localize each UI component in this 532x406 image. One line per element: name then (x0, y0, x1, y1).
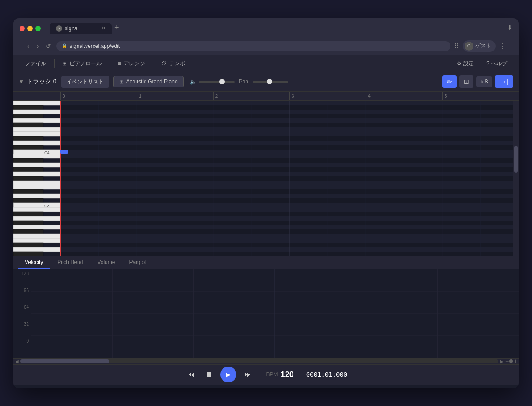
menu-file[interactable]: ファイル (20, 58, 51, 69)
pan-label: Pan (239, 79, 248, 85)
url-text: signal.vercel.app/edit (70, 43, 120, 49)
volume-thumb[interactable] (219, 79, 225, 84)
tab-favicon: s (56, 25, 62, 32)
menu-right: ⚙ 設定 ? ヘルプ (452, 58, 512, 69)
note-block-1[interactable] (60, 150, 68, 154)
instrument-button[interactable]: ⊞ Acoustic Grand Piano (113, 76, 184, 87)
track-dropdown[interactable]: ▼ トラック 0 (19, 78, 57, 86)
tab-close-button[interactable]: ✕ (102, 25, 106, 31)
svg-rect-27 (13, 207, 60, 212)
svg-rect-1 (13, 101, 60, 105)
menu-separator-1 (54, 59, 55, 68)
svg-rect-3 (13, 110, 60, 114)
help-button[interactable]: ? ヘルプ (482, 58, 512, 69)
settings-icon: ⚙ (457, 60, 462, 67)
maximize-button[interactable] (35, 26, 41, 31)
zoom-in-button[interactable]: + (514, 358, 517, 364)
pan-slider[interactable] (253, 81, 288, 83)
bpm-section: BPM 120 (266, 370, 294, 379)
back-button[interactable]: ‹ (26, 42, 31, 51)
svg-rect-34 (13, 238, 60, 243)
select-tool-button[interactable]: ⊡ (459, 75, 473, 88)
horizontal-scroll-thumb[interactable] (20, 359, 109, 363)
velocity-tab-velocity[interactable]: Velocity (18, 256, 50, 269)
menu-separator-3 (153, 59, 153, 68)
keyboard-icon: ⊞ (119, 79, 124, 85)
pan-thumb[interactable] (267, 79, 272, 84)
piano-grid[interactable] (60, 101, 519, 256)
svg-rect-7 (13, 127, 60, 132)
svg-rect-19 (13, 176, 43, 181)
profile-button[interactable]: G ゲスト (463, 40, 496, 52)
velocity-tabs: Velocity Pitch Bend Volume Panpot (13, 256, 519, 269)
volume-slider[interactable] (199, 81, 235, 83)
profile-label: ゲスト (475, 42, 491, 50)
tab-title: signal (65, 25, 78, 32)
rewind-button[interactable]: ⏮ (185, 369, 197, 380)
arrange-icon: ≡ (118, 60, 121, 67)
fast-forward-button[interactable]: ⏭ (242, 369, 254, 380)
vertical-scrollbar[interactable] (513, 101, 519, 256)
event-list-button[interactable]: イベントリスト (61, 76, 109, 88)
reload-button[interactable]: ↺ (44, 42, 53, 51)
pencil-tool-button[interactable]: ✏ (442, 75, 457, 88)
velocity-grid[interactable] (31, 269, 519, 358)
vertical-scroll-thumb[interactable] (514, 146, 518, 173)
velocity-tab-panpot[interactable]: Panpot (122, 256, 153, 269)
browser-tabs: s signal ✕ + (50, 23, 503, 34)
traffic-lights (20, 26, 41, 31)
ruler: 0 1 2 3 4 5 (13, 92, 519, 101)
forward-button[interactable]: › (35, 42, 41, 51)
active-tab[interactable]: s signal ✕ (50, 23, 112, 34)
ruler-mark-3: 3 (289, 92, 366, 100)
end-button[interactable]: →| (495, 75, 513, 88)
velocity-tab-volume[interactable]: Volume (90, 256, 122, 269)
addressbar-right: ⠿ G ゲスト ⋮ (454, 40, 506, 52)
track-header: ▼ トラック 0 イベントリスト ⊞ Acoustic Grand Piano … (13, 72, 519, 92)
close-button[interactable] (20, 26, 25, 31)
svg-rect-29 (13, 216, 60, 221)
minimize-button[interactable] (27, 26, 33, 31)
menu-separator-2 (110, 59, 110, 68)
grid-background (60, 101, 519, 256)
app-container: ファイル ⊞ ピアノロール ≡ アレンジ ⏱ テンポ ⚙ 設定 (13, 55, 519, 388)
zoom-out-button[interactable]: − (505, 358, 509, 364)
svg-rect-32 (13, 229, 43, 234)
browser-addressbar: ‹ › ↺ 🔒 signal.vercel.app/edit ⠿ G ゲスト ⋮ (20, 38, 512, 55)
velocity-label-96: 96 (24, 288, 29, 293)
svg-rect-24 (13, 198, 43, 203)
menu-tempo[interactable]: ⏱ テンポ (157, 58, 190, 69)
app-menubar: ファイル ⊞ ピアノロール ≡ アレンジ ⏱ テンポ ⚙ 設定 (13, 55, 519, 72)
menu-icon[interactable]: ⋮ (499, 42, 506, 50)
address-bar[interactable]: 🔒 signal.vercel.app/edit (56, 41, 450, 51)
svg-rect-33 (13, 234, 60, 238)
svg-rect-14 (13, 154, 60, 158)
stop-button[interactable]: ⏹ (203, 369, 215, 380)
velocity-tab-pitchbend[interactable]: Pitch Bend (50, 256, 90, 269)
menu-arrange[interactable]: ≡ アレンジ (113, 58, 149, 69)
svg-rect-15 (13, 158, 43, 163)
svg-rect-8 (13, 132, 60, 136)
velocity-label-0: 0 (26, 339, 29, 343)
scroll-right-arrow[interactable]: ▶ (500, 359, 504, 364)
new-tab-button[interactable]: + (112, 23, 122, 32)
browser-controls: s signal ✕ + ⬇ (20, 23, 512, 34)
svg-rect-28 (13, 212, 43, 216)
svg-rect-16 (13, 163, 60, 167)
menu-piano-roll[interactable]: ⊞ ピアノロール (58, 58, 106, 69)
zoom-controls: − + (505, 358, 517, 364)
bpm-value: 120 (281, 370, 294, 379)
grid-icon[interactable]: ⠿ (454, 42, 459, 50)
ruler-mark-4: 4 (366, 92, 442, 100)
note-icon: ♪ (481, 79, 483, 85)
horizontal-scroll-track[interactable] (20, 359, 498, 363)
help-icon: ? (486, 60, 489, 67)
settings-button[interactable]: ⚙ 設定 (452, 58, 478, 69)
bottom-scrollbar: ◀ ▶ − + (13, 358, 519, 364)
track-name: トラック 0 (27, 78, 57, 86)
note-count-button[interactable]: ♪ 8 (476, 76, 493, 87)
scroll-left-arrow[interactable]: ◀ (15, 359, 19, 364)
velocity-content: 128 96 64 32 0 (13, 269, 519, 358)
play-button[interactable]: ▶ (220, 367, 236, 382)
velocity-label-128: 128 (21, 271, 29, 276)
